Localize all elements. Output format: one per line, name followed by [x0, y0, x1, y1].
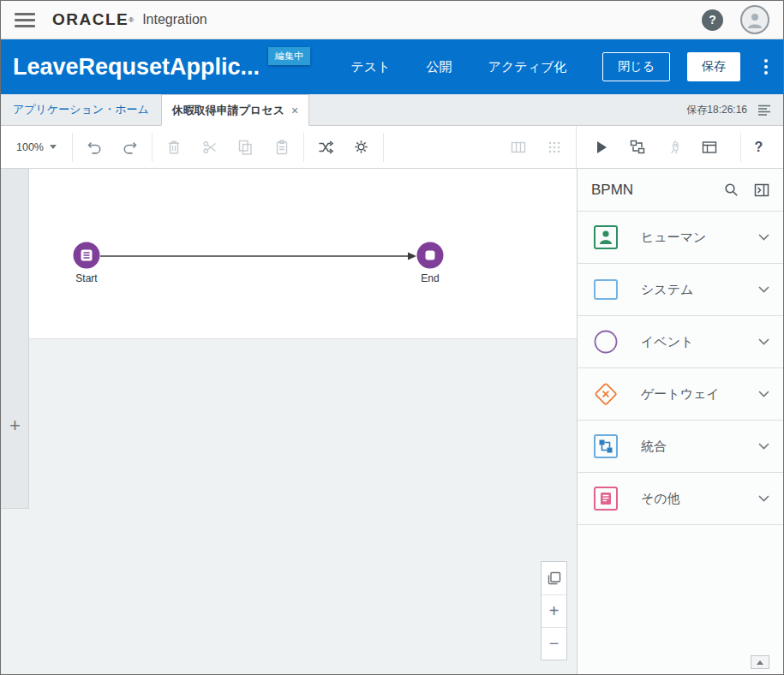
help-button[interactable]: ?	[702, 9, 723, 31]
oracle-logo: ORACLE	[52, 10, 129, 29]
editor-toolbar: 100%	[1, 126, 783, 169]
question-mark-icon: ?	[755, 140, 763, 155]
chevron-down-icon[interactable]	[758, 391, 769, 397]
end-node[interactable]: End	[404, 241, 456, 284]
gateway-icon	[591, 379, 620, 409]
menu-item-test[interactable]: テスト	[351, 59, 391, 75]
palette-item-label: イベント	[641, 334, 758, 350]
cut-button[interactable]	[192, 133, 228, 162]
chevron-down-icon	[50, 145, 57, 149]
copy-button[interactable]	[228, 133, 264, 162]
zoom-out-icon: −	[549, 634, 560, 654]
panel-toggle-icon	[754, 183, 769, 197]
menu-item-activate[interactable]: アクティブ化	[488, 59, 567, 75]
palette-item-gateway[interactable]: ゲートウェイ	[578, 368, 783, 421]
breadcrumb-application-home[interactable]: アプリケーション・ホーム	[1, 94, 161, 125]
plus-icon: +	[9, 415, 21, 437]
forms-button[interactable]	[691, 133, 727, 162]
palette-collapse-button[interactable]	[754, 183, 769, 197]
chevron-down-icon[interactable]	[758, 234, 769, 241]
palette-item-label: ゲートウェイ	[641, 386, 758, 403]
palette-item-label: 統合	[641, 439, 758, 455]
save-button[interactable]: 保存	[687, 52, 740, 81]
redo-button[interactable]	[112, 133, 148, 162]
sequence-flow-connector[interactable]	[100, 249, 417, 265]
trash-icon	[167, 140, 181, 155]
rocket-icon	[667, 140, 680, 154]
layout-button[interactable]	[308, 133, 344, 162]
palette-search-button[interactable]	[724, 182, 739, 197]
scroll-up-button[interactable]	[751, 655, 769, 669]
palette-item-event[interactable]: イベント	[578, 316, 783, 368]
avatar[interactable]	[740, 5, 769, 34]
play-button[interactable]	[584, 133, 619, 162]
shuffle-icon	[318, 140, 333, 154]
zoom-value: 100%	[16, 141, 44, 153]
product-name: Integration	[142, 12, 207, 27]
dot-grid-icon	[548, 140, 561, 154]
palette-item-label: その他	[641, 491, 758, 507]
tab-close-icon[interactable]: ×	[291, 104, 298, 117]
bpmn-palette: BPMN ヒューマン システム イベント	[577, 169, 783, 674]
hamburger-menu-icon[interactable]	[15, 13, 35, 27]
frames-button[interactable]	[500, 133, 536, 162]
header-actions: テスト 公開 アクティブ化 閉じる 保存	[351, 52, 771, 81]
add-lane-button[interactable]: +	[1, 412, 29, 439]
palette-item-label: システム	[641, 282, 758, 298]
palette-item-other[interactable]: その他	[578, 473, 783, 525]
undo-icon	[87, 140, 102, 155]
panel-layout-icon	[702, 140, 717, 154]
palette-item-system[interactable]: システム	[578, 264, 783, 316]
close-button[interactable]: 閉じる	[602, 52, 670, 81]
chevron-down-icon[interactable]	[758, 495, 769, 502]
palette-item-integration[interactable]: 統合	[578, 421, 783, 473]
clipboard-icon	[275, 140, 289, 155]
gear-icon	[354, 140, 368, 154]
system-icon	[591, 275, 620, 304]
saved-timestamp: 保存18:26:16	[686, 103, 747, 117]
settings-button[interactable]	[344, 133, 380, 162]
chevron-down-icon[interactable]	[758, 338, 769, 345]
undo-button[interactable]	[76, 133, 112, 162]
copy-icon	[238, 140, 253, 155]
search-icon	[724, 182, 739, 197]
tab-label: 休暇取得申請プロセス	[172, 103, 284, 118]
tab-process[interactable]: 休暇取得申請プロセス ×	[161, 94, 309, 126]
zoom-out-button[interactable]: −	[542, 627, 566, 660]
chevron-down-icon[interactable]	[758, 443, 769, 450]
lane-side-strip	[1, 169, 29, 509]
palette-title: BPMN	[591, 182, 709, 199]
overflow-menu-icon[interactable]	[761, 56, 771, 78]
frames-icon	[511, 140, 526, 154]
start-event-icon	[72, 241, 101, 270]
event-icon	[591, 327, 620, 356]
end-event-icon	[416, 241, 445, 270]
versions-list-icon[interactable]	[757, 105, 771, 116]
arrow-up-icon	[757, 660, 763, 665]
end-node-label: End	[404, 272, 456, 284]
dot-grid-button[interactable]	[536, 133, 572, 162]
other-icon	[591, 484, 620, 513]
overview-button[interactable]	[542, 562, 566, 594]
app-window: ORACLE® Integration ? LeaveRequsetApplic…	[0, 0, 784, 675]
scissors-icon	[202, 140, 218, 155]
delete-button[interactable]	[156, 133, 192, 162]
app-header: LeaveRequsetApplic... 編集中 テスト 公開 アクティブ化 …	[1, 39, 783, 94]
chevron-down-icon[interactable]	[758, 286, 769, 293]
zoom-in-icon: +	[549, 601, 560, 621]
start-node[interactable]: Start	[61, 241, 112, 284]
test-flow-button[interactable]	[619, 133, 655, 162]
process-canvas[interactable]: + Start End + −	[1, 169, 577, 674]
toolbar-help-button[interactable]: ?	[740, 133, 776, 162]
palette-item-label: ヒューマン	[641, 230, 758, 246]
zoom-select[interactable]: 100%	[4, 133, 69, 162]
human-icon	[591, 223, 620, 252]
workspace: + Start End + − BPMN	[1, 169, 783, 674]
menu-item-publish[interactable]: 公開	[427, 59, 452, 75]
palette-item-human[interactable]: ヒューマン	[578, 212, 783, 264]
help-icon: ?	[709, 13, 716, 27]
deploy-button[interactable]	[655, 133, 691, 162]
swap-boxes-icon	[630, 140, 645, 154]
zoom-in-button[interactable]: +	[542, 594, 566, 627]
paste-button[interactable]	[264, 133, 300, 162]
